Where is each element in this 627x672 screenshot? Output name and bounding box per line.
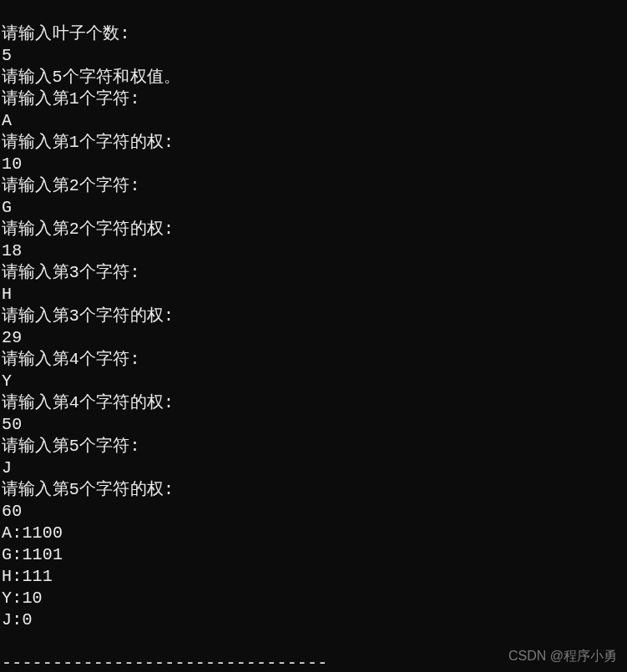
console-line: 请输入5个字符和权值。 bbox=[2, 68, 180, 87]
terminal-output: 请输入叶子个数: 5 请输入5个字符和权值。 请输入第1个字符: A 请输入第1… bbox=[0, 0, 627, 672]
console-line: 60 bbox=[2, 502, 22, 521]
console-line: J bbox=[2, 458, 12, 477]
console-line: H bbox=[2, 285, 12, 304]
console-line: 50 bbox=[2, 415, 22, 434]
console-line: J:0 bbox=[2, 610, 33, 629]
console-line: Y bbox=[2, 371, 12, 391]
console-line: G bbox=[2, 198, 12, 217]
console-line: 请输入第5个字符的权: bbox=[2, 480, 174, 499]
console-line: 请输入第1个字符: bbox=[2, 89, 140, 109]
console-line: 请输入第1个字符的权: bbox=[2, 133, 174, 152]
console-line: A:1100 bbox=[2, 523, 63, 543]
console-line: 请输入第5个字符: bbox=[2, 437, 140, 456]
console-line: H:111 bbox=[2, 567, 53, 586]
console-line: 请输入第3个字符: bbox=[2, 263, 140, 282]
console-line: 请输入叶子个数: bbox=[2, 24, 130, 43]
console-line: -------------------------------- bbox=[2, 654, 327, 672]
console-line: A bbox=[2, 111, 12, 130]
console-line: 5 bbox=[2, 46, 12, 65]
console-line: 18 bbox=[2, 241, 22, 260]
console-line: 请输入第2个字符的权: bbox=[2, 220, 174, 239]
console-line: 请输入第3个字符的权: bbox=[2, 306, 174, 326]
console-line: 请输入第4个字符: bbox=[2, 350, 140, 369]
console-line: 10 bbox=[2, 154, 22, 174]
watermark-text: CSDN @程序小勇 bbox=[508, 648, 617, 665]
console-line: 29 bbox=[2, 328, 22, 347]
console-line: 请输入第2个字符: bbox=[2, 176, 140, 195]
console-line: 请输入第4个字符的权: bbox=[2, 393, 174, 412]
console-line: Y:10 bbox=[2, 589, 43, 608]
console-line: G:1101 bbox=[2, 545, 63, 564]
